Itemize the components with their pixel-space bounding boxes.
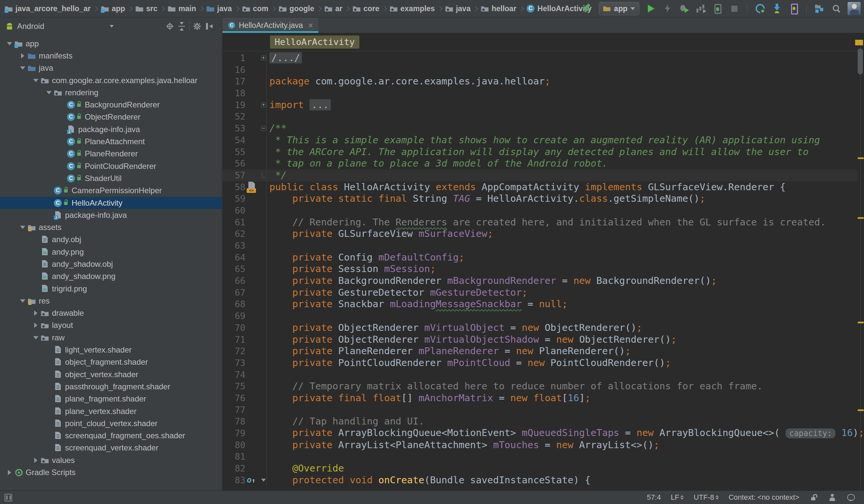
tree-item-object-vertex-shader[interactable]: object_vertex.shader: [0, 368, 222, 381]
code-line-80[interactable]: 80 private ArrayList<PlaneAttachment> mT…: [223, 439, 857, 451]
line-number[interactable]: 71: [223, 334, 245, 346]
overrides-method-icon[interactable]: o↑: [247, 476, 255, 484]
instant-run-button[interactable]: [662, 3, 673, 14]
code-line-69[interactable]: 69: [223, 310, 857, 322]
line-number[interactable]: 65: [223, 263, 245, 275]
event-log-bubble-icon[interactable]: [847, 493, 855, 502]
line-number[interactable]: 59: [223, 193, 245, 205]
breadcrumb-item-com[interactable]: com: [242, 4, 268, 13]
line-number[interactable]: 82: [223, 463, 245, 475]
tree-item-shaderutil[interactable]: ShaderUtil: [0, 172, 222, 184]
run-button[interactable]: [645, 3, 656, 14]
breadcrumb-item-main[interactable]: main: [168, 4, 196, 13]
line-number[interactable]: 54: [223, 134, 245, 146]
code-line-79[interactable]: 79 private ArrayBlockingQueue<MotionEven…: [223, 428, 857, 439]
tree-item-values[interactable]: values: [0, 454, 222, 466]
code-line-61[interactable]: 61 // Rendering. The Renderers are creat…: [223, 217, 857, 228]
line-number[interactable]: 1: [223, 52, 245, 64]
line-number[interactable]: 57: [223, 169, 245, 181]
tree-item-andy-obj[interactable]: andy.obj: [0, 233, 222, 246]
code-area[interactable]: 1+/.../1617package com.google.ar.core.ex…: [223, 51, 857, 491]
tree-item-assets[interactable]: assets: [0, 221, 222, 233]
related-xml-file-icon[interactable]: [247, 182, 257, 193]
tree-item-gradle-scripts[interactable]: Gradle Scripts: [0, 466, 222, 478]
line-number[interactable]: 16: [223, 64, 245, 76]
code-line-58[interactable]: 58public class HelloArActivity extends A…: [223, 181, 857, 193]
line-number[interactable]: 67: [223, 287, 245, 299]
line-number[interactable]: 68: [223, 298, 245, 310]
code-line-59[interactable]: 59 private static final String TAG = Hel…: [223, 193, 857, 205]
tree-expand-arrow-icon[interactable]: [44, 91, 54, 94]
line-number[interactable]: 83: [223, 475, 245, 486]
code-line-16[interactable]: 16: [223, 64, 857, 76]
tree-item-camerapermissionhelper[interactable]: CameraPermissionHelper: [0, 185, 222, 197]
user-avatar[interactable]: [848, 2, 861, 15]
tree-expand-arrow-icon[interactable]: [18, 67, 27, 70]
code-line-68[interactable]: 68 private Snackbar mLoadingMessageSnack…: [223, 298, 857, 310]
tree-item-light-vertex-shader[interactable]: light_vertex.shader: [0, 344, 222, 356]
code-line-73[interactable]: 73 private PointCloudRenderer mPointClou…: [223, 357, 857, 369]
tree-expand-arrow-icon[interactable]: [31, 458, 41, 463]
inspection-status-square[interactable]: [855, 40, 863, 45]
tree-item-plane-vertex-shader[interactable]: plane_vertex.shader: [0, 405, 222, 417]
line-number[interactable]: 75: [223, 381, 245, 392]
tree-item-screenquad-fragment-oes-shader[interactable]: screenquad_fragment_oes.shader: [0, 430, 222, 442]
tree-item-object-fragment-shader[interactable]: object_fragment.shader: [0, 356, 222, 368]
line-number[interactable]: 60: [223, 205, 245, 217]
line-number[interactable]: 64: [223, 252, 245, 264]
fold-marker[interactable]: +: [261, 56, 266, 60]
device-monitor-button[interactable]: [788, 3, 799, 14]
tree-expand-arrow-icon[interactable]: [31, 79, 41, 82]
unlock-icon[interactable]: [809, 493, 818, 502]
line-number[interactable]: 56: [223, 158, 245, 169]
tree-expand-arrow-icon[interactable]: [4, 42, 14, 45]
project-view-selector[interactable]: Android: [5, 22, 114, 31]
tree-item-pointcloudrenderer[interactable]: PointCloudRenderer: [0, 160, 222, 172]
tree-item-andy-shadow-png[interactable]: andy_shadow.png: [0, 271, 222, 283]
collapse-all-button[interactable]: [177, 22, 186, 31]
tree-item-rendering[interactable]: rendering: [0, 86, 222, 98]
tree-item-layout[interactable]: layout: [0, 319, 222, 332]
hide-panel-button[interactable]: [205, 22, 213, 31]
tree-item-andy-png[interactable]: andy.png: [0, 246, 222, 258]
tree-expand-arrow-icon[interactable]: [31, 323, 41, 328]
tree-item-backgroundrenderer[interactable]: BackgroundRenderer: [0, 98, 222, 111]
close-tab-icon[interactable]: ×: [308, 21, 313, 30]
profile-button[interactable]: [695, 3, 706, 14]
line-number[interactable]: 19: [223, 99, 245, 111]
tree-item-com-google-ar-core-examples-java-helloar[interactable]: com.google.ar.core.examples.java.helloar: [0, 74, 222, 86]
breadcrumb-item-java[interactable]: java: [206, 4, 232, 13]
tree-item-objectrenderer[interactable]: ObjectRenderer: [0, 111, 222, 123]
project-structure-button[interactable]: [814, 3, 825, 14]
tree-item-manifests[interactable]: manifests: [0, 50, 222, 62]
code-line-54[interactable]: 54 * This is a simple example that shows…: [223, 134, 857, 146]
line-number[interactable]: 18: [223, 87, 245, 99]
line-number[interactable]: 62: [223, 228, 245, 240]
fold-marker[interactable]: +: [261, 103, 266, 107]
line-ending-selector[interactable]: LF: [671, 493, 684, 502]
code-line-81[interactable]: 81: [223, 451, 857, 463]
line-number[interactable]: 63: [223, 240, 245, 252]
code-line-77[interactable]: 77: [223, 404, 857, 416]
code-line-83[interactable]: 83o↑ protected void onCreate(Bundle save…: [223, 475, 857, 486]
code-line-65[interactable]: 65 private Session mSession;: [223, 263, 857, 275]
code-line-71[interactable]: 71 private ObjectRenderer mVirtualObject…: [223, 334, 857, 346]
code-line-52[interactable]: 52: [223, 111, 857, 122]
line-number[interactable]: 61: [223, 217, 245, 228]
line-number[interactable]: 77: [223, 404, 245, 416]
code-line-72[interactable]: 72 private PlaneRenderer mPlaneRenderer …: [223, 345, 857, 357]
code-line-57[interactable]: 57 */: [223, 169, 857, 181]
line-number[interactable]: 79: [223, 428, 245, 439]
breadcrumb-item-helloar[interactable]: helloar: [481, 4, 516, 13]
line-number[interactable]: 66: [223, 275, 245, 287]
tree-item-package-info-java[interactable]: package-info.java: [0, 209, 222, 221]
code-line-56[interactable]: 56 * tap on a plane to place a 3d model …: [223, 158, 857, 169]
tree-item-helloaractivity[interactable]: HelloArActivity: [0, 197, 222, 209]
code-line-82[interactable]: 82 @Override: [223, 463, 857, 475]
sdk-manager-button[interactable]: [771, 3, 782, 14]
breadcrumb-item-app[interactable]: app: [101, 4, 125, 13]
breadcrumb-item-google[interactable]: google: [279, 4, 314, 13]
code-line-66[interactable]: 66 private BackgroundRenderer mBackgroun…: [223, 275, 857, 287]
current-element-badge[interactable]: HelloArActivity: [270, 35, 359, 49]
fold-marker[interactable]: −: [261, 126, 266, 131]
